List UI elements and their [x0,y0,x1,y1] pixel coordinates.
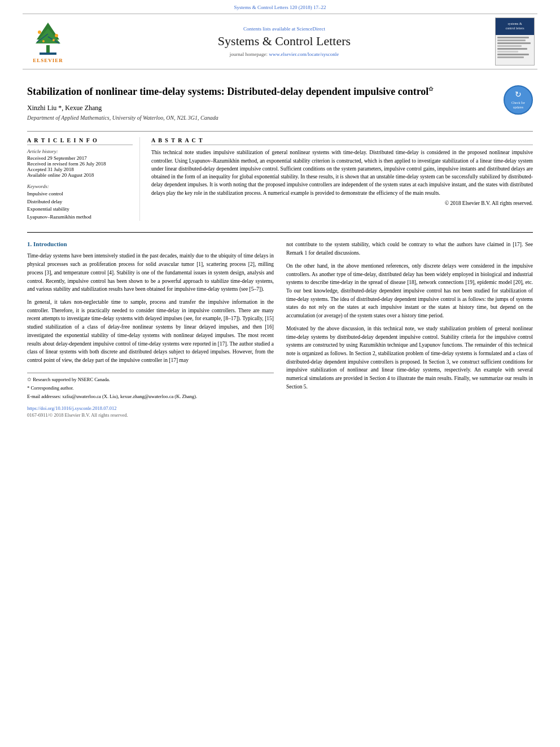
journal-center: Contents lists available at ScienceDirec… [73,26,495,57]
header-content: ELSEVIER Contents lists available at Sci… [23,14,537,69]
revised-date: Received in revised form 26 July 2018 [27,161,133,167]
svg-point-9 [53,39,55,41]
accepted-date: Accepted 31 July 2018 [27,167,133,172]
journal-header: Systems & Control Letters 120 (2018) 17–… [0,0,560,69]
sciencedirect-link[interactable]: ScienceDirect [297,26,325,32]
elsevier-brand-text: ELSEVIER [33,58,63,63]
journal-title: Systems & Control Letters [79,34,489,49]
available-date: Available online 20 August 2018 [27,172,133,178]
keyword-2: Distributed delay [27,198,133,206]
journal-issue-link[interactable]: Systems & Control Letters 120 (2018) 17–… [234,5,326,10]
right-paragraph-2: On the other hand, in the above mentione… [286,262,533,320]
right-paragraph-3: Motivated by the above discussion, in th… [286,325,533,391]
intro-paragraph-1: Time-delay systems have been intensively… [27,252,274,294]
abstract-heading: A B S T R A C T [151,137,533,145]
journal-homepage: journal homepage: www.elsevier.com/locat… [79,51,489,57]
keyword-4: Lyapunov–Razumikhin method [27,213,133,221]
footnote-3: E-mail addresses: xzliu@uwaterloo.ca (X.… [27,394,274,400]
contents-available-line: Contents lists available at ScienceDirec… [79,26,489,32]
affiliation: Department of Applied Mathematics, Unive… [27,115,497,121]
check-updates-badge: ↻ Check for updates [504,85,533,115]
elsevier-tree-icon [25,20,71,56]
copyright-notice: © 2018 Elsevier B.V. All rights reserved… [151,199,533,207]
article-info-heading: A R T I C L E I N F O [27,137,133,145]
homepage-link[interactable]: www.elsevier.com/locate/sysconle [269,51,339,57]
received-date: Received 29 September 2017 [27,155,133,161]
keywords-section: Keywords: Impulsive control Distributed … [27,184,133,221]
section1-title: 1. Introduction [27,241,274,247]
keyword-1: Impulsive control [27,190,133,198]
article-title-section: Stabilization of nonlinear time-delay sy… [27,85,533,124]
history-label: Article history: [27,148,133,154]
main-content: 1. Introduction Time-delay systems have … [27,232,533,418]
abstract-section: A B S T R A C T This technical note stud… [151,137,533,221]
article-title: Stabilization of nonlinear time-delay sy… [27,85,497,98]
cover-image: systems & control letters [495,18,535,65]
elsevier-logo: ELSEVIER [23,20,73,63]
right-paragraph-1: not contribute to the system stability, … [286,241,533,257]
col-right: not contribute to the system stability, … [286,241,533,418]
col-left: 1. Introduction Time-delay systems have … [27,241,274,418]
page: Systems & Control Letters 120 (2018) 17–… [0,0,560,747]
svg-point-7 [55,34,58,37]
footnote-2: * Corresponding author. [27,385,274,392]
journal-cover: systems & control letters [495,18,537,65]
svg-point-6 [38,30,41,34]
svg-point-8 [42,40,45,42]
keywords-label: Keywords: [27,184,133,189]
svg-rect-0 [46,45,50,54]
article-body: Stabilization of nonlinear time-delay sy… [0,69,560,429]
svg-rect-1 [40,53,56,55]
keyword-3: Exponential stability [27,206,133,213]
abstract-text: This technical note studies impulsive st… [151,148,533,207]
journal-issue-info[interactable]: Systems & Control Letters 120 (2018) 17–… [23,5,537,10]
info-abstract-row: A R T I C L E I N F O Article history: R… [27,131,533,221]
article-title-text: Stabilization of nonlinear time-delay sy… [27,85,497,124]
authors: Xinzhi Liu *, Kexue Zhang [27,104,497,112]
article-info: A R T I C L E I N F O Article history: R… [27,137,140,221]
issn-line: 0167-6911/© 2018 Elsevier B.V. All right… [27,412,274,418]
footnotes: ✩ Research supported by NSERC Canada. * … [27,373,274,400]
doi-link[interactable]: https://doi.org/10.1016/j.sysconle.2018.… [27,405,274,411]
intro-paragraph-2: In general, it takes non-neglectable tim… [27,298,274,365]
footnote-1: ✩ Research supported by NSERC Canada. [27,377,274,383]
